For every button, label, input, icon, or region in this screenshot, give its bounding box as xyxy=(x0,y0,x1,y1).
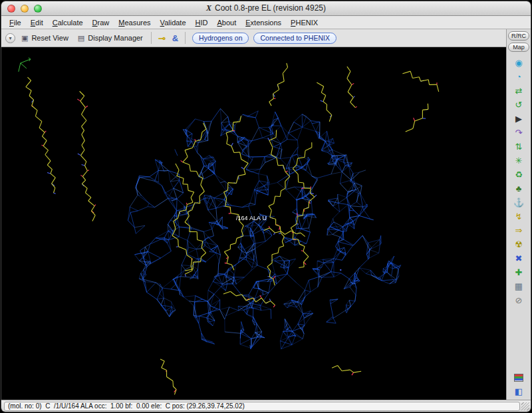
menu-measures[interactable]: Measures xyxy=(114,17,155,28)
menu-file[interactable]: File xyxy=(5,17,26,28)
resize-grip[interactable] xyxy=(521,402,529,410)
window-title-text: Coot 0.8-pre EL (revision 4925) xyxy=(215,3,326,13)
atom-status-text: (mol. no: 0) C /1/U/164 ALA occ: 1.00 bf… xyxy=(4,402,520,411)
menu-draw[interactable]: Draw xyxy=(88,17,114,28)
menu-hid[interactable]: HID xyxy=(191,17,213,28)
undo-icon[interactable]: ↺ xyxy=(510,98,527,112)
menubar: FileEditCalculateDrawMeasuresValidateHID… xyxy=(1,16,531,29)
statusbar: (mol. no: 0) C /1/U/164 ALA occ: 1.00 bf… xyxy=(1,400,531,412)
grid-icon[interactable]: ▦ xyxy=(510,279,527,293)
molecular-viewport[interactable] xyxy=(1,47,506,400)
titlebar[interactable]: XCoot 0.8-pre EL (revision 4925) xyxy=(1,1,531,16)
map-button[interactable]: Map xyxy=(508,43,529,52)
add-residue-icon[interactable]: ✚ xyxy=(510,265,527,279)
menu-about[interactable]: About xyxy=(213,17,241,28)
phenix-connection-button[interactable]: Connected to PHENIX xyxy=(253,33,336,44)
rrc-button[interactable]: R/RC xyxy=(508,31,529,41)
toolbar: ▾ ▣ Reset View ▤ Display Manager ⊸ & Hyd… xyxy=(1,29,506,47)
coot-window: XCoot 0.8-pre EL (revision 4925) FileEdi… xyxy=(1,1,531,412)
branch-icon[interactable]: ♣ xyxy=(510,182,527,196)
eraser-icon[interactable]: ⊘ xyxy=(510,293,527,307)
chevron-down-icon: ▾ xyxy=(9,35,11,41)
model-sphere-icon[interactable]: ◉ xyxy=(510,56,527,70)
bottom-icons: ◧ xyxy=(510,370,527,398)
x11-icon: X xyxy=(206,3,211,13)
menu-calculate[interactable]: Calculate xyxy=(48,17,88,28)
delete-cross-icon[interactable]: ✖ xyxy=(510,251,527,265)
icon-strip: ◉◔⇄↺▶↷⇅✳♻♣⚓↯⇒☢✖✚▦⊘ ◧ xyxy=(507,56,531,398)
go-to-atom-icon[interactable]: ⊸ xyxy=(156,33,168,43)
close-button[interactable] xyxy=(7,5,15,13)
bolt-icon[interactable]: ↯ xyxy=(510,209,527,223)
radiation-icon[interactable]: ☢ xyxy=(510,237,527,251)
traffic-lights xyxy=(7,5,42,13)
window-title: XCoot 0.8-pre EL (revision 4925) xyxy=(1,3,531,13)
display-manager-label: Display Manager xyxy=(88,34,143,42)
menu-phenix[interactable]: PHENIX xyxy=(286,17,323,28)
clock-icon[interactable]: ◔ xyxy=(510,70,527,84)
display-manager-icon: ▤ xyxy=(78,34,84,43)
rgb-icon[interactable] xyxy=(510,370,527,384)
recycle-icon[interactable]: ♻ xyxy=(510,168,527,182)
mutate-icon[interactable]: ⇒ xyxy=(510,223,527,237)
play-icon[interactable]: ▶ xyxy=(510,112,527,126)
display-manager-button[interactable]: ▤ Display Manager xyxy=(74,33,146,44)
menu-extensions[interactable]: Extensions xyxy=(241,17,286,28)
anchor-icon[interactable]: ⚓ xyxy=(510,196,527,209)
rotamer-icon[interactable]: ✳ xyxy=(510,154,527,168)
toolbar-separator xyxy=(185,32,186,44)
zoom-button[interactable] xyxy=(34,5,42,13)
main-icons: ◉◔⇄↺▶↷⇅✳♻♣⚓↯⇒☢✖✚▦⊘ xyxy=(510,56,527,307)
toolbar-overflow-button[interactable]: ▾ xyxy=(5,33,15,43)
left-column: ▾ ▣ Reset View ▤ Display Manager ⊸ & Hyd… xyxy=(1,29,506,400)
menu-edit[interactable]: Edit xyxy=(26,17,48,28)
redo-icon[interactable]: ↷ xyxy=(510,126,527,140)
flip-icon[interactable]: ⇅ xyxy=(510,140,527,154)
reset-view-label: Reset View xyxy=(31,34,68,42)
refine-arrows-icon[interactable]: ⇄ xyxy=(510,84,527,98)
content-row: ▾ ▣ Reset View ▤ Display Manager ⊸ & Hyd… xyxy=(1,29,531,400)
hydrogens-toggle-button[interactable]: Hydrogens on xyxy=(192,33,249,44)
ligand-icon[interactable]: & xyxy=(170,33,180,43)
reset-view-icon: ▣ xyxy=(21,34,28,43)
menu-validate[interactable]: Validate xyxy=(156,17,191,28)
right-sidebar: R/RC Map ◉◔⇄↺▶↷⇅✳♻♣⚓↯⇒☢✖✚▦⊘ ◧ xyxy=(506,29,531,400)
reset-view-button[interactable]: ▣ Reset View xyxy=(18,33,72,44)
display-icon[interactable]: ◧ xyxy=(510,384,527,398)
toolbar-separator xyxy=(151,32,152,44)
viewport-container xyxy=(1,47,506,400)
minimize-button[interactable] xyxy=(21,5,29,13)
